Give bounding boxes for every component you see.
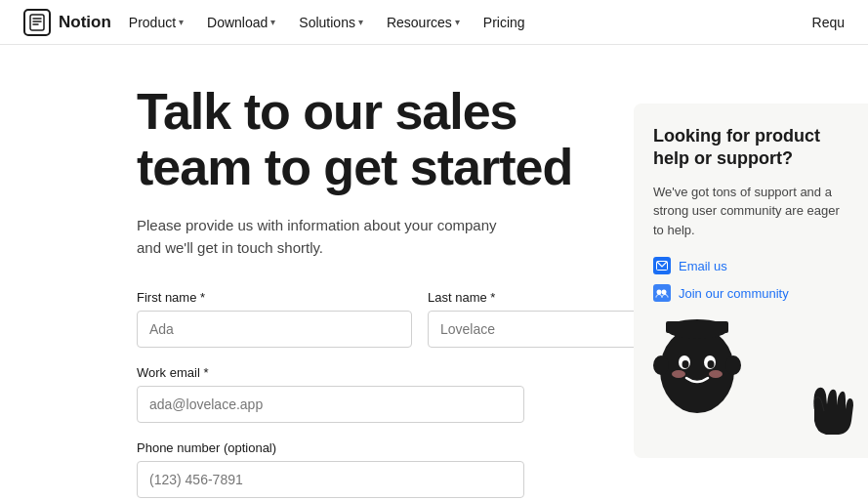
- community-label: Join our community: [679, 286, 789, 301]
- mascot-svg: [643, 312, 751, 429]
- chevron-down-icon: ▾: [179, 17, 184, 27]
- notion-logo-icon: [23, 9, 51, 36]
- svg-point-7: [682, 360, 689, 368]
- svg-point-9: [653, 355, 669, 375]
- nav-right-action[interactable]: Requ: [812, 15, 845, 30]
- svg-point-10: [725, 355, 741, 375]
- side-panel-body: We've got tons of support and a strong u…: [653, 183, 848, 240]
- phone-input[interactable]: [137, 461, 524, 498]
- svg-point-4: [660, 327, 734, 413]
- nav-item-solutions[interactable]: Solutions ▾: [289, 9, 373, 36]
- email-group: Work email *: [137, 365, 524, 423]
- nav-item-product[interactable]: Product ▾: [119, 9, 193, 36]
- nav-menu: Product ▾ Download ▾ Solutions ▾ Resourc…: [119, 9, 535, 36]
- nav-item-pricing[interactable]: Pricing: [474, 9, 535, 36]
- page-subtitle: Please provide us with information about…: [137, 215, 517, 259]
- svg-point-8: [708, 360, 715, 368]
- chevron-down-icon: ▾: [270, 17, 275, 27]
- svg-point-13: [672, 370, 685, 378]
- first-name-group: First name *: [137, 290, 412, 348]
- mascot-area: [653, 312, 848, 438]
- contact-form: First name * Last name * Work email * Ph…: [137, 290, 703, 501]
- email-us-label: Email us: [679, 259, 727, 273]
- work-email-input[interactable]: [137, 386, 524, 423]
- side-panel: Looking for product help or support? We'…: [634, 104, 868, 458]
- first-name-input[interactable]: [137, 311, 412, 348]
- svg-rect-0: [30, 15, 44, 30]
- main-nav: Notion Product ▾ Download ▾ Solutions ▾ …: [0, 0, 868, 45]
- svg-point-2: [657, 290, 662, 295]
- nav-logo[interactable]: Notion: [23, 9, 111, 36]
- nav-logo-text: Notion: [59, 13, 111, 32]
- phone-label: Phone number (optional): [137, 440, 524, 455]
- page-title: Talk to our sales team to get started: [137, 84, 703, 195]
- phone-group: Phone number (optional): [137, 440, 524, 498]
- email-icon: [653, 257, 671, 274]
- chevron-down-icon: ▾: [455, 17, 460, 27]
- svg-point-3: [662, 290, 667, 295]
- name-row: First name * Last name *: [137, 290, 703, 348]
- hand-icon: [805, 380, 853, 438]
- side-panel-title: Looking for product help or support?: [653, 125, 848, 171]
- first-name-label: First name *: [137, 290, 412, 305]
- nav-item-resources[interactable]: Resources ▾: [377, 9, 470, 36]
- left-column: Talk to our sales team to get started Pl…: [137, 84, 703, 501]
- email-us-link[interactable]: Email us: [653, 257, 848, 274]
- nav-item-download[interactable]: Download ▾: [197, 9, 285, 36]
- chevron-down-icon: ▾: [358, 17, 363, 27]
- community-icon: [653, 284, 671, 302]
- svg-rect-12: [666, 321, 728, 333]
- main-content: Talk to our sales team to get started Pl…: [0, 45, 868, 501]
- work-email-label: Work email *: [137, 365, 524, 380]
- community-link[interactable]: Join our community: [653, 284, 848, 302]
- svg-point-14: [709, 370, 723, 378]
